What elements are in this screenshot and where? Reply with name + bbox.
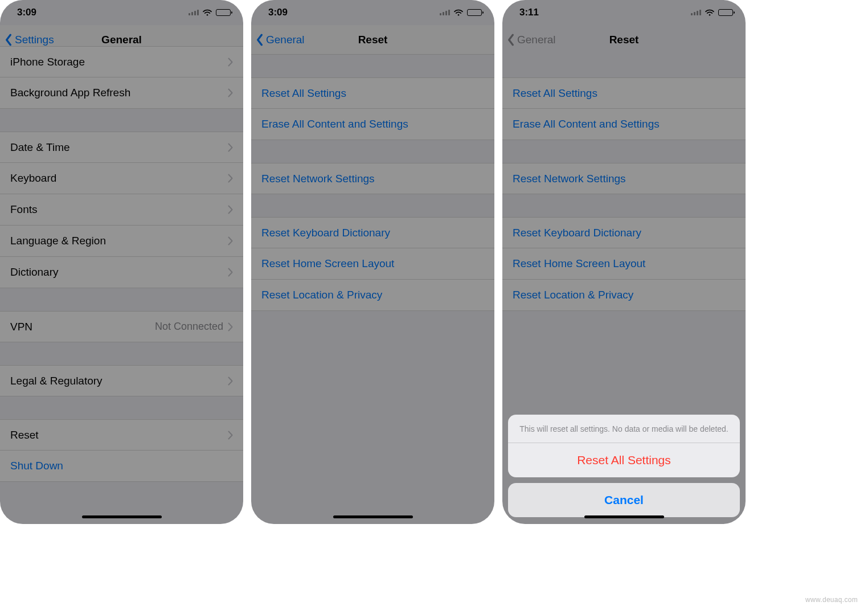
phone-screenshot: 3:11GeneralResetReset All SettingsErase …	[502, 0, 746, 524]
chevron-right-icon	[228, 431, 233, 440]
settings-row[interactable]: Dictionary	[0, 257, 243, 288]
settings-row[interactable]: Reset Home Screen Layout	[251, 248, 494, 280]
row-label: Background App Refresh	[10, 87, 228, 99]
chevron-right-icon	[228, 236, 233, 245]
back-button: General	[507, 25, 556, 55]
action-sheet-message: This will reset all settings. No data or…	[508, 415, 740, 443]
row-label: iPhone Storage	[10, 56, 228, 68]
row-label: Reset Location & Privacy	[261, 289, 484, 301]
chevron-right-icon	[228, 174, 233, 183]
status-time: 3:09	[268, 7, 288, 18]
cellular-icon	[189, 10, 199, 15]
row-label: Reset Network Settings	[513, 173, 735, 185]
settings-row[interactable]: Reset All Settings	[502, 77, 746, 109]
group-gap	[0, 288, 243, 311]
back-button[interactable]: General	[256, 25, 305, 54]
status-bar: 3:09	[251, 0, 494, 25]
action-sheet-cancel[interactable]: Cancel	[508, 483, 740, 517]
content: Reset All SettingsErase All Content and …	[502, 55, 746, 311]
home-indicator[interactable]	[82, 515, 162, 518]
group-gap	[502, 140, 746, 163]
chevron-right-icon	[228, 58, 233, 67]
row-label: Reset Keyboard Dictionary	[513, 227, 735, 239]
row-value: Not Connected	[155, 321, 223, 333]
row-label: Reset Home Screen Layout	[261, 257, 484, 270]
settings-row[interactable]: Legal & Regulatory	[0, 365, 243, 396]
nav-bar: GeneralReset	[502, 25, 746, 55]
settings-row[interactable]: Fonts	[0, 194, 243, 226]
settings-row[interactable]: Reset Home Screen Layout	[502, 248, 746, 280]
group-gap	[0, 109, 243, 132]
settings-row[interactable]: Erase All Content and Settings	[502, 109, 746, 140]
group-gap	[251, 55, 494, 77]
group-gap	[0, 396, 243, 419]
battery-icon	[216, 9, 231, 16]
settings-row[interactable]: Shut Down	[0, 451, 243, 482]
row-label: Reset	[10, 429, 228, 441]
settings-row[interactable]: iPhone Storage	[0, 46, 243, 77]
row-label: Reset Location & Privacy	[513, 289, 735, 301]
wifi-icon	[453, 9, 464, 17]
row-label: Date & Time	[10, 141, 228, 154]
status-right	[440, 9, 482, 17]
settings-row[interactable]: Reset Location & Privacy	[251, 280, 494, 311]
row-label: Reset Keyboard Dictionary	[261, 227, 484, 239]
home-indicator[interactable]	[584, 515, 664, 518]
settings-row[interactable]: Reset Keyboard Dictionary	[502, 217, 746, 248]
phone-screenshot: 3:09GeneralResetReset All SettingsErase …	[251, 0, 494, 524]
group-gap	[251, 140, 494, 163]
action-sheet-destructive[interactable]: Reset All Settings	[508, 443, 740, 477]
settings-row[interactable]: Reset Network Settings	[251, 163, 494, 194]
settings-row[interactable]: Erase All Content and Settings	[251, 109, 494, 140]
nav-bar: GeneralReset	[251, 25, 494, 55]
status-bar: 3:09	[0, 0, 243, 25]
chevron-right-icon	[228, 268, 233, 277]
chevron-right-icon	[228, 88, 233, 97]
row-label: Erase All Content and Settings	[513, 118, 735, 130]
row-label: Reset Network Settings	[261, 173, 484, 185]
settings-row[interactable]: Background App Refresh	[0, 77, 243, 109]
content: Reset All SettingsErase All Content and …	[251, 55, 494, 311]
row-label: Erase All Content and Settings	[261, 118, 484, 130]
settings-row[interactable]: Date & Time	[0, 132, 243, 163]
home-indicator[interactable]	[333, 515, 413, 518]
back-label: General	[517, 34, 556, 46]
row-label: Reset All Settings	[261, 87, 484, 100]
nav-title: Reset	[358, 34, 388, 46]
status-bar: 3:11	[502, 0, 746, 25]
row-label: Legal & Regulatory	[10, 375, 228, 387]
chevron-right-icon	[228, 143, 233, 152]
settings-row[interactable]: Reset Network Settings	[502, 163, 746, 194]
nav-title: General	[101, 34, 142, 46]
battery-icon	[467, 9, 482, 16]
status-right	[691, 9, 733, 17]
row-label: Dictionary	[10, 266, 228, 279]
row-label: VPN	[10, 321, 155, 333]
cellular-icon	[691, 10, 701, 15]
action-sheet-body: This will reset all settings. No data or…	[508, 415, 740, 477]
settings-row[interactable]: Reset Keyboard Dictionary	[251, 217, 494, 248]
watermark: www.deuaq.com	[805, 596, 858, 604]
group-gap	[251, 194, 494, 217]
chevron-right-icon	[228, 322, 233, 331]
group-gap	[502, 55, 746, 77]
status-right	[189, 9, 231, 17]
settings-row[interactable]: Keyboard	[0, 163, 243, 194]
chevron-right-icon	[228, 376, 233, 386]
row-label: Fonts	[10, 203, 228, 216]
panels-container: 3:09SettingsGeneraliPhone StorageBackgro…	[0, 0, 868, 524]
settings-row[interactable]: Reset	[0, 419, 243, 451]
row-label: Reset Home Screen Layout	[513, 257, 735, 270]
settings-row[interactable]: Language & Region	[0, 226, 243, 257]
status-time: 3:11	[519, 7, 539, 18]
nav-title: Reset	[609, 34, 639, 46]
settings-row[interactable]: Reset All Settings	[251, 77, 494, 109]
settings-row[interactable]: Reset Location & Privacy	[502, 280, 746, 311]
status-time: 3:09	[17, 7, 36, 18]
settings-row[interactable]: VPNNot Connected	[0, 311, 243, 342]
action-sheet: This will reset all settings. No data or…	[508, 415, 740, 517]
wifi-icon	[705, 9, 715, 17]
row-label: Shut Down	[10, 460, 233, 472]
row-label: Reset All Settings	[513, 87, 735, 100]
phone-screenshot: 3:09SettingsGeneraliPhone StorageBackgro…	[0, 0, 243, 524]
